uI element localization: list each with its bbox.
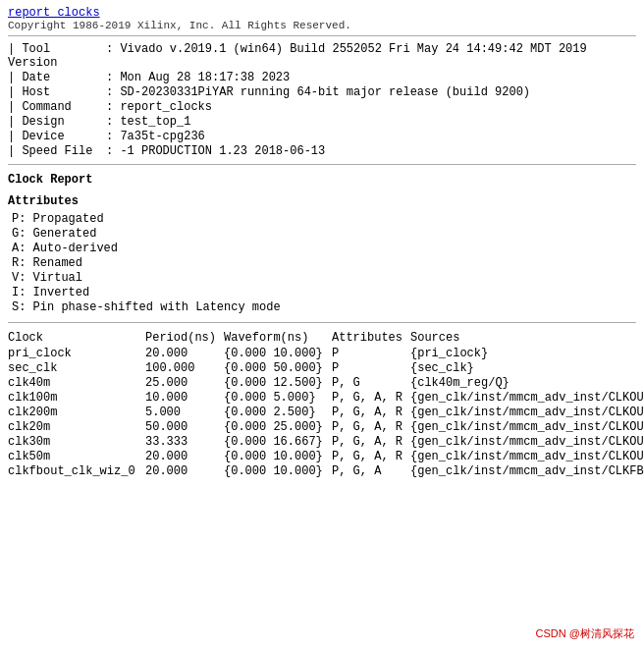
table-header: Clock Period(ns) Waveform(ns) Attributes… xyxy=(8,331,636,345)
attributes-title: Attributes xyxy=(8,194,636,208)
host-label: | Host xyxy=(8,85,106,99)
col-header-clock: Clock xyxy=(8,331,145,345)
cell-waveform: {0.000 10.000} xyxy=(224,464,332,478)
cell-waveform: {0.000 50.000} xyxy=(224,361,332,375)
cell-attributes: P, G, A, R xyxy=(332,406,410,419)
table-row: clk20m 50.000 {0.000 25.000} P, G, A, R … xyxy=(8,420,636,434)
col-header-period: Period(ns) xyxy=(145,331,224,345)
cell-period: 20.000 xyxy=(145,450,224,463)
title-link-row: report_clocks xyxy=(8,6,636,20)
attributes-section: Attributes P: PropagatedG: GeneratedA: A… xyxy=(8,194,636,314)
table-row: clk40m 25.000 {0.000 12.500} P, G {clk40… xyxy=(8,376,636,390)
command-row: | Command : report_clocks xyxy=(8,100,636,114)
cell-sources: {gen_clk/inst/mmcm_adv_inst/CLKOUT0} xyxy=(410,420,644,434)
col-header-waveform: Waveform(ns) xyxy=(224,331,332,345)
cell-sources: {gen_clk/inst/mmcm_adv_inst/CLKOUT3} xyxy=(410,391,644,405)
cell-sources: {clk40m_reg/Q} xyxy=(410,376,636,390)
cell-period: 50.000 xyxy=(145,420,224,434)
design-row: | Design : test_top_1 xyxy=(8,115,636,129)
cell-attributes: P, G, A, R xyxy=(332,420,410,434)
top-divider xyxy=(8,35,636,36)
cell-period: 25.000 xyxy=(145,376,224,390)
speed-row: | Speed File : -1 PRODUCTION 1.23 2018-0… xyxy=(8,144,636,158)
speed-label: | Speed File xyxy=(8,144,106,158)
mid-divider xyxy=(8,164,636,165)
host-value: : SD-20230331PiYAR running 64-bit major … xyxy=(106,85,530,99)
tool-version-row: | Tool Version : Vivado v.2019.1 (win64)… xyxy=(8,42,636,70)
attribute-row: S: Pin phase-shifted with Latency mode xyxy=(8,300,636,314)
cell-attributes: P, G, A, R xyxy=(332,391,410,405)
table-row: sec_clk 100.000 {0.000 50.000} P {sec_cl… xyxy=(8,361,636,375)
attribute-row: I: Inverted xyxy=(8,286,636,299)
device-row: | Device : 7a35t-cpg236 xyxy=(8,130,636,143)
cell-waveform: {0.000 10.000} xyxy=(224,347,332,360)
cell-clock: clkfbout_clk_wiz_0 xyxy=(8,464,145,478)
date-label: | Date xyxy=(8,71,106,84)
cell-sources: {gen_clk/inst/mmcm_adv_inst/CLKOUT4} xyxy=(410,406,644,419)
cell-waveform: {0.000 10.000} xyxy=(224,450,332,463)
clock-report-title: Clock Report xyxy=(8,173,636,187)
cell-period: 33.333 xyxy=(145,435,224,449)
table-row: clk50m 20.000 {0.000 10.000} P, G, A, R … xyxy=(8,450,636,463)
col-header-attributes: Attributes xyxy=(332,331,410,345)
table-row: clk30m 33.333 {0.000 16.667} P, G, A, R … xyxy=(8,435,636,449)
table-row: clk200m 5.000 {0.000 2.500} P, G, A, R {… xyxy=(8,406,636,419)
cell-clock: clk40m xyxy=(8,376,145,390)
cell-clock: sec_clk xyxy=(8,361,145,375)
command-value: : report_clocks xyxy=(106,100,212,114)
table-divider xyxy=(8,322,636,323)
info-block: | Tool Version : Vivado v.2019.1 (win64)… xyxy=(8,42,636,158)
cell-waveform: {0.000 16.667} xyxy=(224,435,332,449)
design-value: : test_top_1 xyxy=(106,115,190,129)
device-value: : 7a35t-cpg236 xyxy=(106,130,205,143)
copyright-text: Copyright 1986-2019 Xilinx, Inc. All Rig… xyxy=(8,20,636,31)
command-label: | Command xyxy=(8,100,106,114)
cell-sources: {pri_clock} xyxy=(410,347,636,360)
cell-period: 10.000 xyxy=(145,391,224,405)
date-value: : Mon Aug 28 18:17:38 2023 xyxy=(106,71,290,84)
watermark: CSDN @树清风探花 xyxy=(536,626,634,641)
cell-period: 5.000 xyxy=(145,406,224,419)
cell-period: 20.000 xyxy=(145,464,224,478)
cell-attributes: P, G xyxy=(332,376,410,390)
cell-sources: {gen_clk/inst/mmcm_adv_inst/CLKFBOUT} xyxy=(410,464,644,478)
cell-clock: clk20m xyxy=(8,420,145,434)
clock-table: pri_clock 20.000 {0.000 10.000} P {pri_c… xyxy=(8,347,636,478)
cell-period: 100.000 xyxy=(145,361,224,375)
cell-waveform: {0.000 2.500} xyxy=(224,406,332,419)
cell-clock: clk200m xyxy=(8,406,145,419)
attribute-row: G: Generated xyxy=(8,227,636,241)
speed-value: : -1 PRODUCTION 1.23 2018-06-13 xyxy=(106,144,325,158)
attribute-row: P: Propagated xyxy=(8,212,636,226)
cell-clock: clk50m xyxy=(8,450,145,463)
design-label: | Design xyxy=(8,115,106,129)
cell-attributes: P xyxy=(332,361,410,375)
date-row: | Date : Mon Aug 28 18:17:38 2023 xyxy=(8,71,636,84)
table-row: clkfbout_clk_wiz_0 20.000 {0.000 10.000}… xyxy=(8,464,636,478)
cell-attributes: P, G, A, R xyxy=(332,435,410,449)
cell-sources: {sec_clk} xyxy=(410,361,636,375)
cell-waveform: {0.000 5.000} xyxy=(224,391,332,405)
cell-clock: clk30m xyxy=(8,435,145,449)
tool-version-value: : Vivado v.2019.1 (win64) Build 2552052 … xyxy=(106,42,587,70)
device-label: | Device xyxy=(8,130,106,143)
main-container: report_clocks Copyright 1986-2019 Xilinx… xyxy=(0,0,644,485)
cell-attributes: P xyxy=(332,347,410,360)
table-row: pri_clock 20.000 {0.000 10.000} P {pri_c… xyxy=(8,347,636,360)
attributes-list: P: PropagatedG: GeneratedA: Auto-derived… xyxy=(8,212,636,314)
cell-attributes: P, G, A xyxy=(332,464,410,478)
col-header-sources: Sources xyxy=(410,331,636,345)
cell-waveform: {0.000 25.000} xyxy=(224,420,332,434)
cell-attributes: P, G, A, R xyxy=(332,450,410,463)
title-link[interactable]: report_clocks xyxy=(8,6,100,20)
attribute-row: V: Virtual xyxy=(8,271,636,285)
cell-sources: {gen_clk/inst/mmcm_adv_inst/CLKOUT1} xyxy=(410,435,644,449)
cell-sources: {gen_clk/inst/mmcm_adv_inst/CLKOUT2} xyxy=(410,450,644,463)
tool-version-label: | Tool Version xyxy=(8,42,106,70)
table-row: clk100m 10.000 {0.000 5.000} P, G, A, R … xyxy=(8,391,636,405)
cell-clock: pri_clock xyxy=(8,347,145,360)
cell-period: 20.000 xyxy=(145,347,224,360)
cell-clock: clk100m xyxy=(8,391,145,405)
cell-waveform: {0.000 12.500} xyxy=(224,376,332,390)
attribute-row: A: Auto-derived xyxy=(8,242,636,255)
